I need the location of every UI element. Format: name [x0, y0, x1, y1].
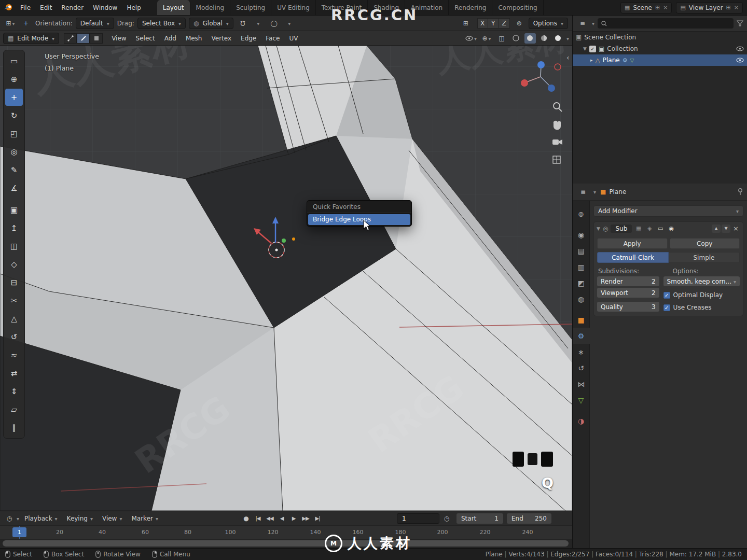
tab-physics[interactable]: ↺ [573, 360, 590, 376]
jump-to-end-button[interactable]: ▶| [312, 513, 323, 524]
expander-down-icon[interactable]: ▼ [583, 46, 587, 51]
shading-rendered-button[interactable] [552, 33, 564, 44]
timeline-scrollbar-handle[interactable] [3, 540, 569, 547]
gizmo-axis-y-ball[interactable] [548, 85, 555, 92]
tool-select-box[interactable]: ▭ [5, 52, 23, 69]
viewport-menu-vertex[interactable]: Vertex [207, 35, 236, 42]
mirror-z-toggle[interactable]: Z [499, 18, 510, 29]
menu-edit[interactable]: Edit [35, 0, 57, 15]
mode-dropdown[interactable]: ▦ Edit Mode [3, 33, 59, 44]
tool-move[interactable]: + [5, 89, 23, 106]
workspace-tab-sculpting[interactable]: Sculpting [230, 0, 271, 15]
shading-dropdown-icon[interactable] [566, 35, 569, 42]
workspace-tab-layout[interactable]: Layout [157, 0, 190, 15]
active-tool-icon[interactable]: ⊞ [4, 18, 17, 29]
show-overlays-icon[interactable] [464, 33, 478, 44]
tab-scene[interactable]: ◩ [573, 275, 590, 291]
pin-icon[interactable] [738, 188, 743, 195]
scene-selector[interactable]: ▦ Scene ⊞ × [620, 2, 672, 13]
delete-modifier-icon[interactable]: × [731, 225, 740, 232]
properties-editor-icon[interactable]: ≣ [577, 186, 589, 198]
tab-object-data[interactable]: ▽ [573, 392, 590, 408]
render-subdivisions-field[interactable]: Render 2 [597, 276, 659, 286]
tab-world[interactable]: ◍ [573, 291, 590, 307]
tab-material[interactable]: ◑ [573, 413, 590, 429]
snap-settings-dropdown[interactable] [252, 18, 265, 29]
tool-scale[interactable]: ◰ [5, 125, 23, 142]
tool-shrink-fatten[interactable]: ⇕ [5, 383, 23, 400]
filter-funnel-icon[interactable] [737, 20, 743, 26]
viewport-menu-view[interactable]: View [107, 35, 130, 42]
timeline-editor-icon[interactable]: ◷ [3, 513, 16, 524]
mirror-y-toggle[interactable]: Y [488, 18, 499, 29]
pivot-dropdown[interactable]: ◍ Global [189, 18, 233, 29]
viewport-menu-face[interactable]: Face [261, 35, 284, 42]
tool-poly-build[interactable]: △ [5, 310, 23, 327]
viewport-menu-uv[interactable]: UV [285, 35, 302, 42]
new-scene-icon[interactable]: ⊞ [655, 4, 660, 11]
apply-button[interactable]: Apply [597, 238, 668, 249]
collection-checkbox[interactable]: ✓ [589, 46, 596, 52]
record-button[interactable]: ● [240, 513, 252, 524]
transform-options-icon[interactable]: ⊚ [513, 18, 525, 29]
tab-tool[interactable]: ⊚ [573, 206, 590, 222]
next-keyframe-button[interactable]: ▶▶ [300, 513, 311, 524]
current-frame-badge[interactable]: 1 [12, 527, 26, 537]
tab-output[interactable]: ▤ [573, 243, 590, 259]
face-select-mode-button[interactable] [90, 33, 103, 44]
modifier-cage-toggle-icon[interactable]: ◈ [645, 225, 654, 232]
tab-render[interactable]: ◉ [573, 227, 590, 243]
tool-measure[interactable]: ∡ [5, 179, 23, 197]
end-frame-field[interactable]: End 250 [507, 513, 551, 524]
viewport-3d[interactable]: ‹ User Perspective (1) Plane ▭ ⊕ + ↻ ◰ ◎… [0, 46, 572, 511]
camera-view-icon[interactable] [552, 139, 562, 145]
shading-solid-button[interactable] [524, 33, 536, 44]
modifier-viewport-toggle-icon[interactable]: ▭ [656, 225, 665, 232]
tab-object[interactable]: ■ [573, 312, 590, 328]
viewport-menu-edge[interactable]: Edge [237, 35, 260, 42]
gizmo-axis-negx-ball[interactable] [555, 64, 561, 70]
workspace-tab-uv-editing[interactable]: UV Editing [271, 0, 316, 15]
viewport-menu-add[interactable]: Add [160, 35, 181, 42]
eye-visibility-icon[interactable] [736, 46, 744, 51]
chevron-down-icon[interactable] [592, 20, 594, 27]
eye-visibility-icon[interactable] [736, 58, 744, 63]
start-frame-field[interactable]: Start 1 [457, 513, 503, 524]
orientation-dropdown[interactable]: Default [76, 18, 114, 29]
tool-rip-region[interactable]: ∥ [5, 419, 23, 436]
outliner-row-plane[interactable]: ▸ △ Plane ⚙ ▽ [573, 54, 747, 66]
outliner-search-input[interactable] [598, 18, 734, 29]
remove-view-layer-icon[interactable]: × [734, 4, 739, 11]
tool-add-cube[interactable]: ▣ [5, 201, 23, 218]
jump-to-start-button[interactable]: |◀ [252, 513, 264, 524]
menu-item-bridge-edge-loops[interactable]: Bridge Edge Loops [308, 214, 410, 225]
shading-wireframe-button[interactable] [510, 33, 522, 44]
tool-rotate[interactable]: ↻ [5, 107, 23, 124]
gizmo-y-axis-handle[interactable] [282, 239, 286, 243]
timeline-scrollbar[interactable] [0, 539, 572, 548]
menu-window[interactable]: Window [88, 0, 122, 15]
outliner-row-scene-collection[interactable]: ▣ Scene Collection [573, 32, 747, 43]
tab-view-layer[interactable]: ▥ [573, 259, 590, 275]
tool-annotate[interactable]: ✎ [5, 161, 23, 178]
expander-right-icon[interactable]: ▸ [590, 58, 593, 63]
modifier-edit-mode-toggle-icon[interactable]: ▦ [634, 225, 643, 232]
workspace-tab-compositing[interactable]: Compositing [492, 0, 543, 15]
chevron-down-icon[interactable] [593, 188, 596, 195]
play-reverse-button[interactable]: ◀ [276, 513, 287, 524]
timeline-menu-keying[interactable]: Keying [63, 515, 97, 522]
tab-particles[interactable]: ∗ [573, 344, 590, 360]
uv-smooth-dropdown[interactable]: Smooth, keep corn... [663, 276, 740, 286]
current-frame-field[interactable]: 1 [397, 513, 439, 524]
menu-help[interactable]: Help [122, 0, 145, 15]
drag-dropdown[interactable]: Select Box [137, 18, 186, 29]
viewport-canvas[interactable]: ‹ [0, 46, 572, 511]
proportional-falloff-dropdown[interactable] [283, 18, 296, 29]
tool-inset-faces[interactable]: ◫ [5, 237, 23, 255]
tool-edge-slide[interactable]: ⇄ [5, 365, 23, 382]
add-modifier-dropdown[interactable]: Add Modifier [593, 205, 743, 217]
show-gizmo-icon[interactable]: ⊕ [480, 33, 493, 44]
shading-material-button[interactable] [538, 33, 550, 44]
view-layer-selector[interactable]: ▤ View Layer ⊞ × [676, 2, 743, 13]
blender-logo-icon[interactable] [0, 0, 16, 15]
